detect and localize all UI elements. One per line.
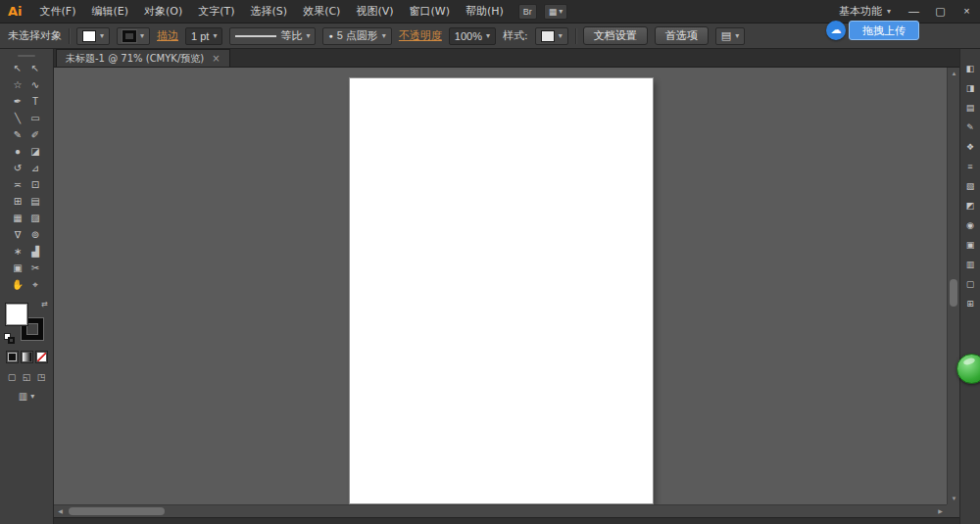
tool-icon: ✐ bbox=[31, 129, 39, 140]
menu-view[interactable]: 视图(V) bbox=[348, 0, 401, 23]
panel-color-guide[interactable]: ◨ bbox=[962, 80, 979, 95]
document-tab[interactable]: 未标题-1 @ 71% (CMYK/预览) × bbox=[56, 49, 230, 67]
panel-artboards[interactable]: ▢ bbox=[962, 276, 979, 291]
stroke-color-dropdown[interactable]: ▾ bbox=[117, 27, 150, 45]
artboard-tool[interactable]: ▣ bbox=[9, 260, 26, 276]
floating-assistant-ball[interactable] bbox=[956, 354, 980, 384]
scroll-up-arrow[interactable]: ▲ bbox=[948, 68, 959, 79]
fill-color-dropdown[interactable]: ▾ bbox=[76, 27, 110, 45]
line-segment-tool[interactable]: ╲ bbox=[9, 110, 26, 126]
default-fill-stroke-icon[interactable] bbox=[4, 333, 15, 344]
menu-select[interactable]: 选择(S) bbox=[243, 0, 296, 23]
menu-effect[interactable]: 效果(C) bbox=[295, 0, 348, 23]
opacity-dropdown[interactable]: 100% ▾ bbox=[449, 27, 496, 45]
shape-builder-tool[interactable]: ⊞ bbox=[9, 193, 26, 210]
selection-tool[interactable]: ↖ bbox=[9, 60, 26, 76]
scroll-down-arrow[interactable]: ▼ bbox=[948, 493, 959, 504]
tab-close-icon[interactable]: × bbox=[212, 53, 220, 64]
minimize-button[interactable]: — bbox=[901, 0, 927, 23]
pencil-tool[interactable]: ✐ bbox=[26, 126, 44, 143]
app-logo[interactable]: Ai bbox=[0, 4, 32, 19]
zoom-tool[interactable]: ⌖ bbox=[26, 276, 44, 293]
panel-gradient[interactable]: ▧ bbox=[962, 178, 979, 193]
scroll-right-arrow[interactable]: ▶ bbox=[934, 505, 947, 517]
artboard[interactable] bbox=[350, 78, 653, 503]
tool-icon: ✋ bbox=[12, 279, 24, 290]
gradient-button[interactable] bbox=[21, 351, 33, 363]
panel-transparency[interactable]: ◩ bbox=[962, 198, 979, 213]
panel-brushes[interactable]: ✎ bbox=[962, 119, 979, 134]
rotate-tool[interactable]: ↺ bbox=[9, 160, 26, 176]
document-setup-button[interactable]: 文档设置 bbox=[583, 26, 648, 45]
cloud-icon[interactable]: ☁ bbox=[826, 21, 846, 40]
panel-color[interactable]: ◧ bbox=[962, 61, 979, 75]
menu-object[interactable]: 对象(O) bbox=[136, 0, 190, 23]
hand-tool[interactable]: ✋ bbox=[9, 276, 26, 293]
close-button[interactable]: × bbox=[954, 0, 980, 23]
gradient-tool[interactable]: ▨ bbox=[26, 210, 44, 226]
arrange-documents-button[interactable]: ▦ ▾ bbox=[544, 4, 568, 20]
swap-fill-stroke-icon[interactable]: ⇄ bbox=[41, 300, 48, 309]
width-profile-dropdown[interactable]: 等比 ▾ bbox=[229, 27, 316, 45]
menu-help[interactable]: 帮助(H) bbox=[458, 0, 512, 23]
eraser-tool[interactable]: ◪ bbox=[26, 143, 44, 160]
type-tool[interactable]: T bbox=[26, 93, 44, 110]
symbol-sprayer-tool[interactable]: ∗ bbox=[9, 243, 26, 260]
direct-selection-tool[interactable]: ↖ bbox=[26, 60, 44, 76]
pen-tool[interactable]: ✒ bbox=[9, 93, 26, 110]
drag-upload-button[interactable]: 拖拽上传 bbox=[849, 21, 919, 40]
change-screen-mode-button[interactable]: ▥ ▾ bbox=[19, 391, 34, 402]
stroke-panel-link[interactable]: 描边 bbox=[157, 28, 178, 43]
stroke-weight-dropdown[interactable]: 1 pt ▾ bbox=[185, 27, 222, 45]
panel-symbols[interactable]: ❖ bbox=[962, 139, 979, 154]
fill-indicator[interactable] bbox=[6, 304, 27, 325]
paintbrush-tool[interactable]: ✎ bbox=[9, 126, 26, 143]
menu-type[interactable]: 文字(T) bbox=[190, 0, 242, 23]
perspective-grid-tool[interactable]: ▤ bbox=[26, 193, 44, 210]
slice-tool[interactable]: ✂ bbox=[26, 260, 44, 276]
launch-bridge-button[interactable]: Br bbox=[518, 4, 537, 20]
vertical-scrollbar[interactable]: ▲ ▼ bbox=[947, 68, 959, 504]
color-button[interactable] bbox=[6, 351, 19, 363]
opacity-panel-link[interactable]: 不透明度 bbox=[399, 28, 442, 43]
quick-options-icon: ▤ bbox=[721, 29, 731, 42]
preferences-button[interactable]: 首选项 bbox=[655, 26, 709, 45]
draw-inside-button[interactable]: ◳ bbox=[34, 370, 48, 383]
style-dropdown[interactable]: ▾ bbox=[535, 27, 568, 45]
brush-definition-dropdown[interactable]: ● 5 点圆形 ▾ bbox=[322, 27, 391, 45]
width-tool[interactable]: ≍ bbox=[9, 176, 26, 193]
blend-tool[interactable]: ⊚ bbox=[26, 226, 44, 243]
chevron-down-icon: ▾ bbox=[306, 31, 310, 40]
restore-button[interactable]: ▢ bbox=[927, 0, 954, 23]
panel-swatches[interactable]: ▤ bbox=[962, 100, 979, 115]
free-transform-tool[interactable]: ⊡ bbox=[26, 176, 44, 193]
menu-file[interactable]: 文件(F) bbox=[32, 0, 84, 23]
panel-layers[interactable]: ▥ bbox=[962, 257, 979, 271]
panel-grip[interactable] bbox=[0, 52, 53, 60]
menu-window[interactable]: 窗口(W) bbox=[402, 0, 458, 23]
panel-appearance[interactable]: ◉ bbox=[962, 217, 979, 232]
draw-normal-button[interactable]: ▢ bbox=[5, 370, 19, 383]
column-graph-tool[interactable]: ▟ bbox=[26, 243, 44, 260]
menu-edit[interactable]: 编辑(E) bbox=[83, 0, 136, 23]
rectangle-tool[interactable]: ▭ bbox=[26, 110, 44, 126]
scroll-left-arrow[interactable]: ◀ bbox=[54, 505, 67, 517]
blob-brush-tool[interactable]: ● bbox=[9, 143, 26, 160]
scale-tool[interactable]: ⊿ bbox=[26, 160, 44, 176]
canvas[interactable]: ▲ ▼ ◀ ▶ bbox=[54, 68, 959, 517]
none-button[interactable] bbox=[35, 351, 48, 363]
panel-graphic-styles[interactable]: ▣ bbox=[962, 237, 979, 252]
quick-options-dropdown[interactable]: ▤ ▾ bbox=[715, 27, 745, 45]
magic-wand-tool[interactable]: ☆ bbox=[9, 76, 26, 93]
vertical-scrollbar-thumb[interactable] bbox=[950, 279, 957, 307]
horizontal-scrollbar-thumb[interactable] bbox=[69, 507, 165, 515]
horizontal-scrollbar[interactable]: ◀ ▶ bbox=[54, 504, 947, 517]
eyedropper-tool[interactable]: ∇ bbox=[9, 226, 26, 243]
mesh-tool[interactable]: ▦ bbox=[9, 210, 26, 226]
panel-icon: ≡ bbox=[967, 162, 972, 171]
lasso-tool[interactable]: ∿ bbox=[26, 76, 44, 93]
panel-info[interactable]: ⊞ bbox=[962, 296, 979, 310]
workspace-switcher[interactable]: 基本功能 ▾ bbox=[829, 0, 901, 23]
draw-behind-button[interactable]: ◱ bbox=[20, 370, 33, 383]
panel-stroke[interactable]: ≡ bbox=[962, 159, 979, 173]
